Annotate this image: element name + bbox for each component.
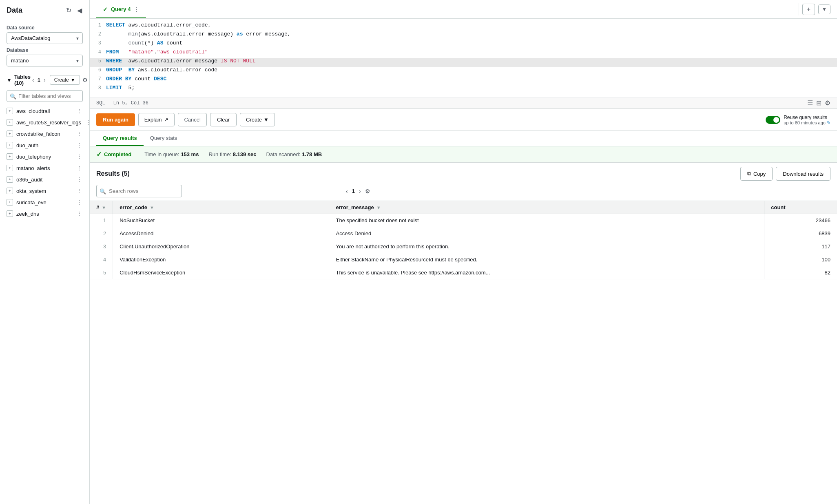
table-more-btn[interactable]: ⋮ [75, 108, 83, 114]
cancel-btn[interactable]: Cancel [178, 113, 206, 126]
database-select[interactable]: matano [7, 55, 83, 66]
tab-query-results[interactable]: Query results [96, 131, 144, 146]
table-item[interactable]: + o365_audit ⋮ [0, 174, 89, 185]
tab-more-btn[interactable]: ⋮ [134, 6, 140, 13]
code-line: 8 LIMIT 5; [90, 85, 837, 94]
query-tab-title: Query 4 [111, 6, 131, 12]
code-line: 3 count(*) AS count [90, 40, 837, 49]
table-name: aws_cloudtrail [16, 108, 72, 114]
table-name: aws_route53_resolver_logs [16, 119, 81, 126]
table-name: crowdstrike_falcon [16, 131, 72, 137]
table-more-btn[interactable]: ⋮ [75, 199, 83, 206]
download-btn[interactable]: Download results [776, 167, 830, 181]
table-item[interactable]: + okta_system ⋮ [0, 185, 89, 197]
page-prev-btn[interactable]: ‹ [31, 76, 36, 84]
results-next-btn[interactable]: › [357, 187, 363, 195]
table-more-btn[interactable]: ⋮ [75, 142, 83, 148]
cell-error-message: This service is unavailable. Please see … [329, 266, 764, 279]
cell-count: 82 [764, 266, 837, 279]
run-again-btn[interactable]: Run again [96, 113, 135, 126]
reuse-results-toggle[interactable] [766, 116, 780, 124]
tab-list-btn[interactable]: ▼ [818, 4, 830, 14]
table-row: 5 CloudHsmServiceException This service … [90, 266, 837, 279]
copy-btn[interactable]: ⧉ Copy [740, 167, 773, 181]
code-line: 7 ORDER BY count DESC [90, 76, 837, 85]
edit-reuse-icon[interactable]: ✎ [827, 120, 830, 125]
search-rows-input[interactable] [96, 185, 182, 197]
copy-icon: ⧉ [747, 170, 751, 177]
table-item[interactable]: + crowdstrike_falcon ⋮ [0, 128, 89, 139]
completed-check-icon: ✓ [96, 150, 102, 158]
col-count[interactable]: count [764, 201, 837, 214]
table-view-btn[interactable]: ⊞ [816, 99, 822, 107]
sort-icon: ▼ [376, 205, 381, 210]
reuse-sublabel: up to 60 minutes ago ✎ [784, 120, 830, 126]
table-item[interactable]: + matano_alerts ⋮ [0, 162, 89, 174]
tab-query-stats[interactable]: Query stats [144, 131, 184, 146]
refresh-icon[interactable]: ↻ [65, 6, 72, 15]
table-more-btn[interactable]: ⋮ [75, 210, 83, 217]
table-icon: + [7, 210, 13, 217]
external-link-icon: ↗ [164, 117, 168, 123]
status-completed: ✓ Completed [96, 150, 131, 158]
col-error-code[interactable]: error_code ▼ [113, 201, 329, 214]
cell-num: 3 [90, 240, 113, 253]
table-more-btn[interactable]: ⋮ [75, 188, 83, 194]
cell-count: 117 [764, 240, 837, 253]
table-list: + aws_cloudtrail ⋮ + aws_route53_resolve… [0, 105, 89, 504]
format-btn[interactable]: ☰ [807, 99, 813, 107]
table-item[interactable]: + aws_route53_resolver_logs ⋮ [0, 117, 89, 128]
create-table-btn[interactable]: Create ▼ [50, 75, 80, 85]
toggle-slider [766, 116, 780, 124]
results-page-num: 1 [352, 188, 355, 194]
explain-btn[interactable]: Explain ↗ [138, 113, 175, 126]
datasource-select[interactable]: AwsDataCatalog [7, 32, 83, 44]
code-line: 1 SELECT aws.cloudtrail.error_code, [90, 22, 837, 31]
query-tab-active[interactable]: ✓ Query 4 ⋮ [96, 1, 146, 18]
col-num: # ▼ [90, 201, 113, 214]
results-actions: ⧉ Copy Download results [740, 167, 830, 181]
sidebar-title: Data [7, 6, 22, 15]
settings-editor-btn[interactable]: ⚙ [825, 99, 830, 107]
table-row: 4 ValidationException Either StackName o… [90, 253, 837, 266]
table-more-btn[interactable]: ⋮ [75, 153, 83, 160]
cell-num: 2 [90, 227, 113, 240]
table-row: 3 Client.UnauthorizedOperation You are n… [90, 240, 837, 253]
results-area: ✓ Completed Time in queue: 153 ms Run ti… [90, 146, 837, 504]
create-split-btn[interactable]: Create ▼ [240, 113, 275, 126]
filter-search-icon: 🔍 [10, 93, 16, 99]
results-settings-btn[interactable]: ⚙ [365, 188, 370, 195]
table-item[interactable]: + duo_telephony ⋮ [0, 151, 89, 162]
sidebar: Data ↻ ◀ Data source AwsDataCatalog Data… [0, 0, 90, 504]
table-name: duo_auth [16, 142, 72, 148]
results-table: # ▼ error_code ▼ [90, 201, 837, 279]
page-next-btn[interactable]: › [42, 76, 47, 84]
queue-time-label: Time in queue: [144, 151, 179, 157]
table-more-btn[interactable]: ⋮ [84, 119, 89, 126]
status-metrics: Time in queue: 153 ms Run time: 8.139 se… [144, 151, 322, 157]
tables-settings-btn[interactable]: ⚙ [82, 77, 88, 83]
datasource-label: Data source [7, 25, 83, 31]
data-scanned-label: Data scanned: [266, 151, 301, 157]
table-name: duo_telephony [16, 154, 72, 160]
cell-num: 1 [90, 214, 113, 227]
collapse-icon[interactable]: ◀ [76, 6, 83, 15]
col-error-message[interactable]: error_message ▼ [329, 201, 764, 214]
cell-count: 23466 [764, 214, 837, 227]
table-item[interactable]: + suricata_eve ⋮ [0, 197, 89, 208]
table-item[interactable]: + duo_auth ⋮ [0, 139, 89, 151]
filter-tables-input[interactable] [7, 90, 83, 102]
new-tab-btn[interactable]: + [802, 4, 815, 15]
results-prev-btn[interactable]: ‹ [344, 187, 350, 195]
table-item[interactable]: + aws_cloudtrail ⋮ [0, 105, 89, 117]
table-icon: + [7, 130, 13, 137]
table-item[interactable]: + zeek_dns ⋮ [0, 208, 89, 219]
table-more-btn[interactable]: ⋮ [75, 130, 83, 137]
data-scanned-value: 1.78 MB [302, 151, 322, 157]
table-more-btn[interactable]: ⋮ [75, 165, 83, 171]
code-line-highlighted: 5 WHERE aws.cloudtrail.error_message IS … [90, 58, 837, 67]
cell-error-message: Either StackName or PhysicalResourceId m… [329, 253, 764, 266]
code-editor[interactable]: 1 SELECT aws.cloudtrail.error_code, 2 mi… [90, 19, 837, 109]
table-more-btn[interactable]: ⋮ [75, 176, 83, 183]
clear-btn[interactable]: Clear [210, 113, 237, 126]
